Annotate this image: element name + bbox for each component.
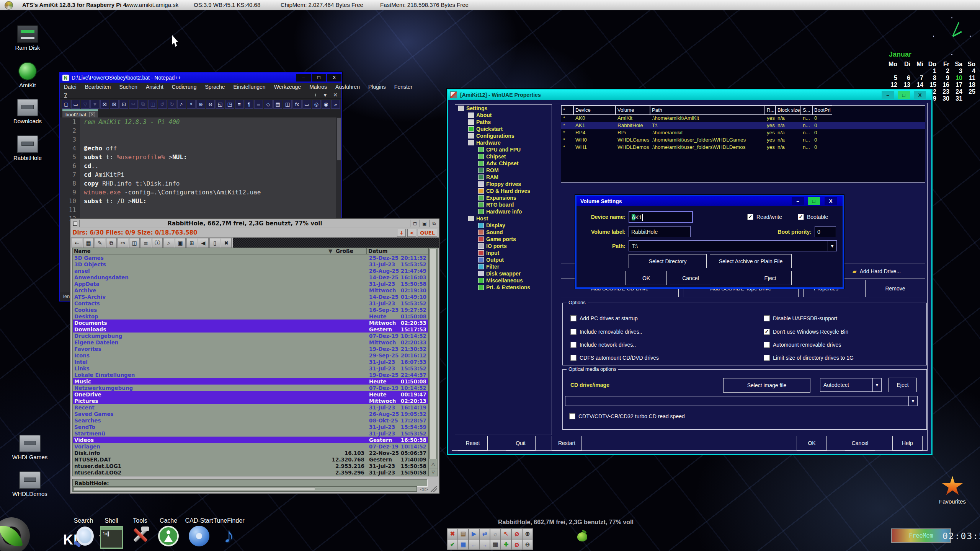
menu-sprache[interactable]: Sprache	[205, 84, 225, 90]
sidebar-item-expansions[interactable]: Expansions	[455, 194, 552, 201]
list-item[interactable]: Cookies16-Sep-2319:27:52	[73, 306, 428, 313]
menu-help[interactable]: ?	[64, 92, 67, 98]
menu-werkzeuge[interactable]: Werkzeuge	[274, 84, 301, 90]
list-item[interactable]: Recent31-Jul-2316:14:19	[73, 404, 428, 411]
sidebar-item-display[interactable]: Display	[455, 222, 552, 229]
reset-button[interactable]: Reset	[458, 436, 488, 450]
sidebar-item-hardware-info[interactable]: Hardware info	[455, 208, 552, 215]
table-row[interactable]: *AK0AmiKit.\home\amikit\AmiKityesn/an...…	[561, 115, 925, 122]
menu-codierung[interactable]: Codierung	[172, 84, 197, 90]
table-row[interactable]: *RP4RPi.\home\amikityesn/an...0	[561, 129, 925, 137]
minimize-button[interactable]: –	[882, 91, 894, 99]
chevron-down-icon[interactable]: ▼	[908, 396, 917, 406]
toolbar-icon[interactable]: fx	[292, 100, 301, 109]
toolbar-icon[interactable]: ⊡	[119, 100, 128, 109]
sidebar-item-output[interactable]: Output	[455, 256, 552, 263]
readwrite-checkbox[interactable]: ✓ Read/write	[747, 214, 782, 220]
checkbox[interactable]	[570, 329, 577, 335]
checkbox[interactable]: ✓	[747, 214, 753, 220]
palette-icon[interactable]: ▩	[490, 539, 501, 550]
menu-fenster[interactable]: Fenster	[394, 84, 412, 90]
toolbar-icon[interactable]: ⊠	[110, 100, 119, 109]
checkbox[interactable]	[570, 355, 577, 361]
select-directory-button[interactable]: Select Directory	[629, 254, 707, 268]
fm-toolbar-icon[interactable]: ▦	[83, 238, 94, 248]
toolbar-icon[interactable]: ⊠	[100, 100, 109, 109]
list-item[interactable]: Searches08-Okt-2517:28:57	[73, 417, 428, 424]
list-item[interactable]: Contacts31-Jul-2315:53:52	[73, 300, 428, 306]
dialog-close-button[interactable]: X	[825, 197, 837, 205]
sidebar-item-rom[interactable]: ROM	[455, 167, 552, 174]
option-include-removable-drives-[interactable]: Include removable drives..	[570, 329, 642, 335]
sidebar-item-configurations[interactable]: Configurations	[455, 132, 552, 139]
palette-icon[interactable]: ⇄	[479, 528, 490, 539]
list-item[interactable]: DownloadsGestern15:17:53	[73, 326, 428, 333]
desktop-icon-ram-disk[interactable]: Ram Disk	[5, 25, 51, 51]
sidebar-item-pri-extensions[interactable]: Pri. & Extensions	[455, 284, 552, 291]
palette-icon[interactable]: ⊖	[522, 539, 533, 550]
menu-plugins[interactable]: Plugins	[368, 84, 386, 90]
list-item[interactable]: VideosGestern16:50:38	[73, 437, 428, 443]
option-add-pc-drives-at-startup[interactable]: Add PC drives at startup	[570, 315, 638, 321]
sidebar-item-disk-swapper[interactable]: Disk swapper	[455, 270, 552, 277]
sidebar-item-sound[interactable]: Sound	[455, 229, 552, 236]
table-header-device[interactable]: Device	[573, 106, 616, 115]
notepad-titlebar[interactable]: N D:\Live\PowerOS\obey\boot2.bat - Notep…	[60, 73, 341, 83]
close-button[interactable]: X	[327, 74, 341, 82]
list-item[interactable]: ATS-Archiv14-Dez-2501:49:10	[73, 293, 428, 300]
toolbar-plus-icon[interactable]: +	[314, 92, 317, 98]
toolbar-icon[interactable]: ✂	[129, 100, 138, 109]
checkbox[interactable]	[569, 413, 575, 419]
list-item[interactable]: DocumentsMittwoch02:20:33	[73, 320, 428, 326]
toolbar-icon[interactable]: ⊖	[206, 100, 215, 109]
checkbox[interactable]: ✓	[764, 329, 770, 335]
checkbox[interactable]	[764, 315, 770, 321]
sidebar-item-hardware[interactable]: Hardware	[455, 139, 552, 146]
toolbar-icon[interactable]: ◳	[225, 100, 234, 109]
chevron-down-icon[interactable]: ▼	[828, 241, 836, 251]
window-close-gadget[interactable]	[71, 220, 80, 227]
tab-close-icon[interactable]: ✕	[89, 112, 95, 117]
desktop-icon-rabbithole[interactable]: RabbitHole	[5, 135, 51, 161]
taskbar-window-title[interactable]: RabbitHole, 662,7M frei, 2,3G benutzt, 7…	[498, 519, 634, 526]
option-don-t-use-windows-recycle-bin[interactable]: ✓Don't use Windows Recycle Bin	[764, 329, 848, 335]
ok-button[interactable]: OK	[797, 436, 827, 450]
option-include-network-drives-[interactable]: Include network drives..	[570, 342, 636, 348]
cd-image-select[interactable]: ▼	[565, 396, 918, 406]
menu-makros[interactable]: Makros	[309, 84, 327, 90]
hscroll-arrows[interactable]: ◁ ▷	[420, 487, 428, 492]
sidebar-item-io-ports[interactable]: IO ports	[455, 243, 552, 249]
list-item[interactable]: SendTo31-Jul-2315:54:59	[73, 424, 428, 430]
desktop-icon-amikit[interactable]: AmiKit	[5, 62, 51, 88]
cdtv-turbo-checkbox[interactable]: CDTV/CDTV-CR/CD32 turbo CD read speed	[569, 413, 685, 419]
palette-icon[interactable]: ✔	[447, 539, 458, 550]
sidebar-item-quickstart[interactable]: Quickstart	[455, 126, 552, 132]
table-header-s[interactable]: S...	[801, 106, 812, 115]
list-item[interactable]: 3D Games25-Dez-2520:11:32	[73, 254, 428, 261]
table-row[interactable]: *WH1WHDLDemos.\home\amikit\user_folders\…	[561, 144, 925, 151]
filemanager-hscrollbar[interactable]	[72, 486, 417, 492]
list-item[interactable]: NTUSER.DAT12.320.768Gestern17:40:09	[73, 456, 428, 463]
fm-toolbar-icon[interactable]: ⌕	[163, 238, 174, 248]
toolbar-icon[interactable]: ◫	[148, 100, 157, 109]
list-item[interactable]: Lokale Einstellungen19-Dez-2522:44:37	[73, 372, 428, 378]
list-item[interactable]: ArchiveMittwoch02:19:30	[73, 287, 428, 293]
restart-button[interactable]: Restart	[552, 436, 582, 450]
list-item[interactable]: Anwendungsdaten14-Dez-2516:16:03	[73, 274, 428, 280]
toolbar-icon[interactable]: ▭	[71, 100, 80, 109]
boot-priority-input[interactable]: 0	[815, 226, 836, 237]
sidebar-item-miscellaneous[interactable]: Miscellaneous	[455, 277, 552, 284]
toolbar-icon[interactable]: ◇	[264, 100, 273, 109]
minimize-button[interactable]: –	[296, 74, 311, 82]
toolbar-close-icon[interactable]: ✕	[333, 92, 338, 98]
fm-toolbar-icon[interactable]: ←	[72, 238, 82, 248]
palette-icon[interactable]: ☼	[490, 528, 501, 539]
list-column-headers[interactable]: Name ▼ Größe Datum	[72, 248, 428, 254]
toolbar-icon[interactable]: ◱	[216, 100, 224, 109]
checkbox[interactable]	[764, 342, 770, 348]
list-item[interactable]: Saved Games26-Aug-2519:05:32	[73, 411, 428, 417]
palette-icon[interactable]: ⊕	[522, 528, 533, 539]
fm-toolbar-icon[interactable]: ✂	[118, 238, 128, 248]
toolbar-icon[interactable]: ≡	[235, 100, 244, 109]
table-row[interactable]: *AK1RabbitHoleT:\yesn/an...0	[561, 122, 925, 129]
